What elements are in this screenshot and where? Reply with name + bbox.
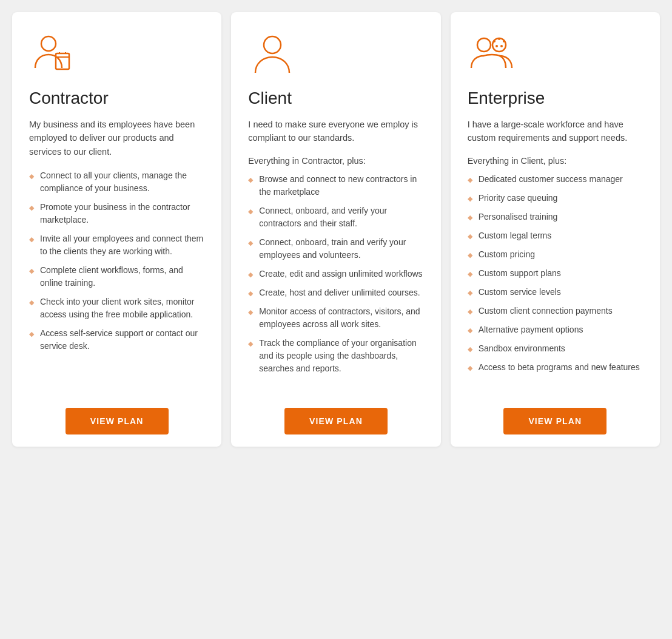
card-title: Enterprise — [468, 89, 643, 108]
card-contractor: Contractor My business and its employees… — [12, 12, 221, 447]
view-plan-button[interactable]: VIEW PLAN — [284, 408, 388, 434]
card-title: Client — [248, 89, 423, 108]
feature-item: ◆ Dedicated customer success manager — [468, 173, 643, 186]
feature-item: ◆ Personalised training — [468, 211, 643, 223]
features-list: ◆ Dedicated customer success manager ◆ P… — [468, 173, 643, 374]
diamond-icon: ◆ — [29, 203, 34, 213]
diamond-icon: ◆ — [468, 175, 472, 185]
feature-item: ◆ Alternative payment options — [468, 323, 643, 336]
card-description: I need to make sure everyone we employ i… — [248, 118, 423, 145]
feature-item: ◆ Connect, onboard, and verify your cont… — [248, 205, 423, 230]
card-enterprise: Enterprise I have a large-scale workforc… — [451, 12, 660, 447]
view-plan-button[interactable]: VIEW PLAN — [503, 408, 606, 434]
diamond-icon: ◆ — [29, 329, 34, 339]
diamond-icon: ◆ — [29, 297, 34, 308]
diamond-icon: ◆ — [248, 175, 253, 185]
svg-point-12 — [496, 45, 498, 47]
card-body: Client I need to make sure everyone we e… — [231, 12, 440, 396]
diamond-icon: ◆ — [29, 234, 34, 245]
svg-point-10 — [503, 40, 505, 42]
svg-point-5 — [264, 36, 281, 53]
diamond-icon: ◆ — [248, 288, 253, 299]
svg-point-8 — [493, 40, 496, 42]
view-plan-button[interactable]: VIEW PLAN — [66, 408, 169, 434]
card-description: I have a large-scale workforce and have … — [468, 118, 643, 145]
feature-item: ◆ Promote your business in the contracto… — [29, 201, 204, 226]
feature-item: ◆ Create, edit and assign unlimited work… — [248, 268, 423, 280]
pricing-cards: Contractor My business and its employees… — [12, 12, 660, 447]
feature-item: ◆ Priority case queuing — [468, 192, 643, 205]
card-icon-enterprise — [468, 30, 643, 79]
feature-item: ◆ Custom support plans — [468, 267, 643, 280]
diamond-icon: ◆ — [468, 306, 472, 317]
feature-item: ◆ Custom service levels — [468, 286, 643, 299]
feature-item: ◆ Connect, onboard, train and verify you… — [248, 236, 423, 262]
feature-item: ◆ Invite all your employees and connect … — [29, 232, 204, 258]
card-icon-contractor — [29, 30, 204, 79]
card-footer: VIEW PLAN — [231, 396, 440, 447]
diamond-icon: ◆ — [29, 171, 34, 181]
diamond-icon: ◆ — [468, 269, 472, 279]
card-body: Contractor My business and its employees… — [12, 12, 221, 396]
feature-item: ◆ Monitor access of contractors, visitor… — [248, 305, 423, 331]
feature-item: ◆ Check into your client work sites, mon… — [29, 296, 204, 321]
features-list: ◆ Connect to all your clients, manage th… — [29, 169, 204, 353]
card-title: Contractor — [29, 89, 204, 108]
card-body: Enterprise I have a large-scale workforc… — [451, 12, 660, 396]
feature-item: ◆ Browse and connect to new contractors … — [248, 173, 423, 198]
card-client: Client I need to make sure everyone we e… — [231, 12, 440, 447]
diamond-icon: ◆ — [248, 206, 253, 217]
card-footer: VIEW PLAN — [451, 396, 660, 447]
feature-item: ◆ Custom legal terms — [468, 229, 643, 242]
feature-item: ◆ Access self-service support or contact… — [29, 327, 204, 353]
feature-item: ◆ Create, host and deliver unlimited cou… — [248, 286, 423, 299]
features-intro: Everything in Contractor, plus: — [248, 156, 423, 166]
svg-point-11 — [500, 45, 503, 47]
card-icon-client — [248, 30, 423, 79]
feature-item: ◆ Connect to all your clients, manage th… — [29, 169, 204, 195]
svg-point-6 — [477, 38, 491, 52]
diamond-icon: ◆ — [248, 307, 253, 317]
feature-item: ◆ Complete client workflows, forms, and … — [29, 264, 204, 289]
feature-item: ◆ Sandbox environments — [468, 342, 643, 355]
diamond-icon: ◆ — [248, 269, 253, 280]
features-list: ◆ Browse and connect to new contractors … — [248, 173, 423, 375]
feature-item: ◆ Track the compliance of your organisat… — [248, 337, 423, 375]
diamond-icon: ◆ — [468, 231, 472, 242]
features-intro: Everything in Client, plus: — [468, 156, 643, 166]
diamond-icon: ◆ — [468, 325, 472, 336]
diamond-icon: ◆ — [468, 194, 472, 204]
diamond-icon: ◆ — [468, 212, 472, 223]
card-footer: VIEW PLAN — [12, 396, 221, 447]
diamond-icon: ◆ — [468, 344, 472, 354]
feature-item: ◆ Access to beta programs and new featur… — [468, 361, 643, 374]
svg-point-9 — [498, 38, 500, 40]
svg-point-0 — [41, 36, 56, 51]
diamond-icon: ◆ — [468, 250, 472, 260]
card-description: My business and its employees have been … — [29, 118, 204, 158]
diamond-icon: ◆ — [468, 363, 472, 373]
feature-item: ◆ Custom pricing — [468, 248, 643, 261]
diamond-icon: ◆ — [29, 266, 34, 276]
diamond-icon: ◆ — [468, 288, 472, 298]
feature-item: ◆ Custom client connection payments — [468, 305, 643, 317]
diamond-icon: ◆ — [248, 238, 253, 248]
diamond-icon: ◆ — [248, 339, 253, 349]
